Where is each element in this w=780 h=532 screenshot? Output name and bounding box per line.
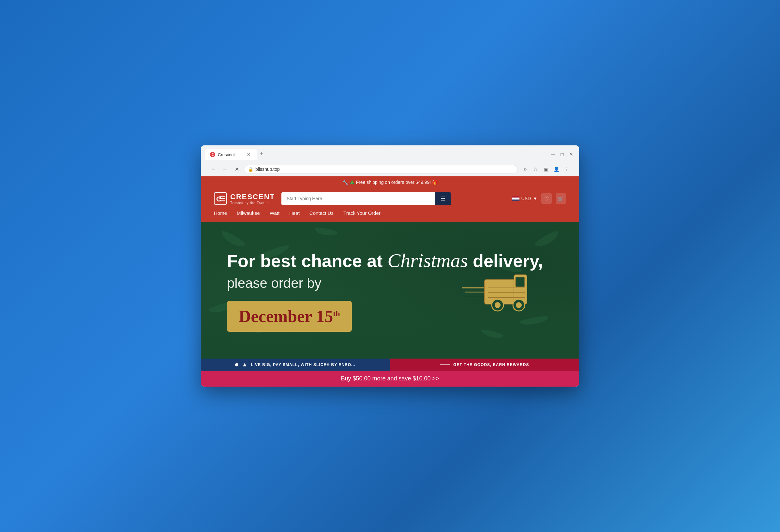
svg-point-16 [516,302,522,308]
hero-content: For best chance at Christmas delivery, p… [227,249,553,332]
promo-card-1[interactable]: ▲ LIVE BIG, PAY SMALL, WITH SLICE® BY EN… [201,359,390,371]
nav-item-watt[interactable]: Watt [270,209,280,217]
search-input[interactable] [281,192,435,205]
wishlist-button[interactable]: ♡ [541,193,552,204]
announcement-text: 🔧 🎄 Free shipping on orders over $49.99!… [342,179,438,185]
logo-name: CRESCENT [230,193,275,201]
search-icon: ☰ [441,196,445,202]
hero-date-row: December 15th [227,301,553,332]
date-text: December 15th [239,307,340,326]
site-nav: Home Milwaukee Watt Heat Contact Us Trac… [201,209,579,222]
active-tab[interactable]: C Crescent ✕ [205,149,257,160]
browser-window: C Crescent ✕ + — ◻ ✕ ← → ✕ 🔒 ⎋ [201,145,579,387]
hero-title: For best chance at Christmas delivery, [227,249,553,272]
logo-icon: C [214,192,227,205]
back-button[interactable]: ← [209,165,218,174]
menu-button[interactable]: ⋮ [562,165,571,174]
share-button[interactable]: ⎋ [521,165,530,174]
header-actions: USD ▼ ♡ 🛒 [511,193,566,204]
tab-bar: C Crescent ✕ + [205,148,266,160]
nav-item-track-order[interactable]: Track Your Order [343,209,381,217]
browser-chrome: C Crescent ✕ + — ◻ ✕ ← → ✕ 🔒 ⎋ [201,145,579,176]
currency-label: USD [522,196,531,201]
tab-favicon: C [210,152,215,157]
reload-button[interactable]: ✕ [232,165,241,174]
site-header: C CRESCENT Trusted by the Trades. ☰ [201,188,579,209]
promo-text-2: GET THE GOODS, EARN REWARDS [453,363,529,367]
website-content: 🔧 🎄 Free shipping on orders over $49.99!… [201,176,579,387]
nav-item-contact-us[interactable]: Contact Us [309,209,334,217]
heart-icon: ♡ [544,196,549,202]
lock-icon: 🔒 [248,167,253,172]
forward-button[interactable]: → [221,165,230,174]
currency-chevron-icon: ▼ [533,196,537,201]
svg-rect-9 [516,277,525,287]
browser-top-bar: C Crescent ✕ + — ◻ ✕ [205,148,575,160]
promo-text-1: LIVE BIG, PAY SMALL, WITH SLICE® BY ENBO… [251,363,355,367]
address-bar-actions: ⎋ ☆ ▣ 👤 ⋮ [521,165,571,174]
minimize-button[interactable]: — [549,150,557,158]
search-area: ☰ [281,192,451,205]
bookmark-button[interactable]: ☆ [531,165,540,174]
hero-title-cursive: Christmas [387,250,468,271]
savings-text: Buy $50.00 more and save $10.00 >> [341,375,439,382]
logo-text-group: CRESCENT Trusted by the Trades. [230,193,275,205]
cart-button[interactable]: 🛒 [556,193,566,204]
promo-arrow-1: ▲ [242,361,247,368]
search-button[interactable]: ☰ [435,192,451,205]
announcement-bar: 🔧 🎄 Free shipping on orders over $49.99!… [201,176,579,188]
profile-button[interactable]: 👤 [552,165,561,174]
split-button[interactable]: ▣ [541,165,550,174]
address-bar-row: ← → ✕ 🔒 ⎋ ☆ ▣ 👤 ⋮ [205,163,575,176]
window-controls: — ◻ ✕ [549,150,575,158]
nav-item-home[interactable]: Home [214,209,227,217]
nav-item-milwaukee[interactable]: Milwaukee [237,209,260,217]
hero-title-prefix: For best chance at [227,251,387,271]
hero-banner: For best chance at Christmas delivery, p… [201,222,579,359]
url-input[interactable] [255,167,514,172]
logo-area: C CRESCENT Trusted by the Trades. [214,192,275,205]
cart-icon: 🛒 [557,196,564,202]
tab-close-button[interactable]: ✕ [246,152,252,157]
logo-tagline: Trusted by the Trades. [230,201,275,205]
us-flag-icon [511,196,520,201]
promo-card-2[interactable]: GET THE GOODS, EARN REWARDS [390,359,579,371]
restore-button[interactable]: ◻ [558,150,566,158]
promo-arrow-2 [440,364,450,365]
new-tab-button[interactable]: + [257,148,266,160]
svg-point-14 [495,302,500,308]
tab-title: Crescent [218,152,235,157]
currency-selector[interactable]: USD ▼ [511,196,537,201]
promo-dot-1 [235,363,238,366]
hero-title-suffix: delivery, [468,251,543,271]
nav-item-heat[interactable]: Heat [289,209,300,217]
date-box: December 15th [227,301,352,332]
savings-bar[interactable]: Buy $50.00 more and save $10.00 >> [201,371,579,387]
address-bar[interactable]: 🔒 [244,165,518,173]
truck-illustration [462,270,533,312]
promo-cards-strip: ▲ LIVE BIG, PAY SMALL, WITH SLICE® BY EN… [201,359,579,371]
close-button[interactable]: ✕ [568,150,575,158]
